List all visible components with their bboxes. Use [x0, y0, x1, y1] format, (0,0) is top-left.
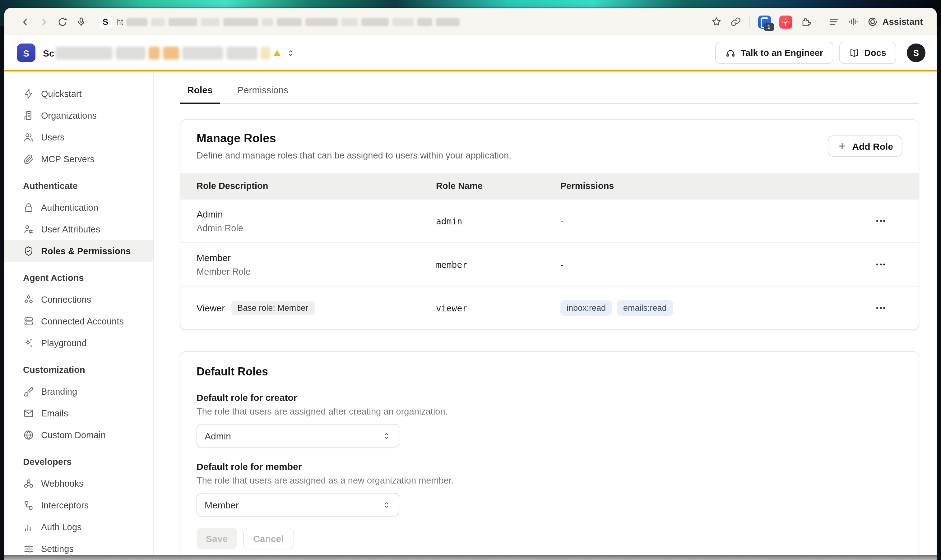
cancel-button[interactable]: Cancel: [243, 528, 293, 549]
default-roles-title: Default Roles: [196, 365, 902, 378]
sidebar-item-webhooks[interactable]: Webhooks: [5, 472, 153, 494]
add-role-button[interactable]: Add Role: [828, 135, 902, 157]
voice-waveform-icon: [847, 16, 859, 27]
sidebar-item-settings[interactable]: Settings: [5, 538, 153, 555]
sidebar-item-custom-domain[interactable]: Custom Domain: [5, 424, 153, 446]
sidebar-section-agent-actions: Agent Actions: [5, 267, 153, 288]
sidebar-item-label: User Attributes: [41, 224, 100, 234]
row-actions-button[interactable]: [873, 303, 889, 312]
webhook-icon: [23, 478, 34, 489]
divider: [749, 15, 750, 28]
org-name: Sc: [43, 48, 54, 58]
headphones-icon: [725, 48, 736, 58]
sparkle-icon: [23, 337, 34, 348]
reload-button[interactable]: [53, 12, 71, 31]
chevron-up-down-icon: [382, 500, 391, 509]
sidebar-item-organizations[interactable]: Organizations: [5, 105, 153, 126]
assistant-button[interactable]: Assistant: [867, 16, 923, 27]
tab-permissions[interactable]: Permissions: [230, 84, 296, 103]
sidebar-item-connected-accounts[interactable]: Connected Accounts: [5, 310, 153, 332]
sidebar-item-label: Auth Logs: [41, 522, 82, 532]
tab-roles[interactable]: Roles: [180, 84, 220, 103]
permissions-empty: -: [560, 216, 563, 226]
app: S Sc Talk: [5, 35, 936, 555]
default-roles-card: Default Roles Default role for creator T…: [180, 351, 919, 555]
sidebar: QuickstartOrganizationsUsersMCP ServersA…: [5, 71, 154, 555]
sidebar-item-branding[interactable]: Branding: [5, 380, 153, 402]
app-header: S Sc Talk: [5, 35, 936, 71]
interceptor-icon: [23, 499, 34, 511]
permission-badge: emails:read: [617, 300, 673, 316]
column-permissions: Permissions: [560, 181, 859, 191]
chevron-up-down-icon: [286, 48, 296, 57]
column-role-name: Role Name: [436, 181, 560, 191]
role-description-cell: AdminAdmin Role: [196, 209, 436, 233]
row-actions-button[interactable]: [873, 260, 889, 269]
sidebar-item-quickstart[interactable]: Quickstart: [5, 83, 153, 105]
sidebar-item-label: Custom Domain: [41, 430, 106, 440]
shield-check-icon: [23, 245, 34, 256]
sidebar-item-roles-permissions[interactable]: Roles & Permissions: [5, 240, 153, 262]
menu-lines-icon: [828, 16, 839, 27]
user-avatar[interactable]: S: [907, 43, 926, 62]
environment-switcher[interactable]: Sc: [43, 46, 296, 59]
creator-label: Default role for creator: [196, 392, 902, 403]
chevron-right-icon: [38, 17, 49, 27]
talk-to-engineer-button[interactable]: Talk to an Engineer: [715, 42, 833, 64]
sidebar-item-label: Settings: [41, 543, 74, 554]
role-name-cell: admin: [436, 216, 560, 226]
manage-roles-card: Manage Roles Define and manage roles tha…: [180, 119, 919, 330]
default-creator-select[interactable]: Admin: [196, 424, 399, 448]
divider: [819, 15, 820, 28]
save-button[interactable]: Save: [196, 528, 237, 549]
copy-link-button[interactable]: [730, 16, 741, 27]
role-name-cell: viewer: [436, 303, 560, 313]
sidebar-item-playground[interactable]: Playground: [5, 332, 153, 354]
sidebar-item-interceptors[interactable]: Interceptors: [5, 494, 153, 516]
role-description-cell: MemberMember Role: [196, 252, 436, 277]
reading-list-button[interactable]: [828, 16, 839, 27]
sidebar-item-users[interactable]: Users: [5, 126, 153, 148]
forward-button[interactable]: [34, 12, 53, 31]
sidebar-item-label: Interceptors: [41, 500, 89, 510]
sidebar-item-user-attributes[interactable]: User Attributes: [5, 218, 153, 240]
warning-triangle-icon: [273, 49, 281, 57]
assistant-label: Assistant: [882, 17, 923, 27]
sidebar-item-mcp-servers[interactable]: MCP Servers: [5, 148, 153, 170]
row-actions-button[interactable]: [873, 216, 889, 226]
back-button[interactable]: [15, 12, 34, 31]
zap-icon: [23, 88, 34, 99]
role-subtitle: Admin Role: [196, 223, 436, 233]
default-member-select[interactable]: Member: [196, 493, 399, 517]
users-icon: [23, 131, 34, 143]
chevron-up-down-icon: [382, 431, 391, 440]
sidebar-item-connections[interactable]: Connections: [5, 288, 153, 310]
mail-icon: [23, 408, 34, 418]
browser-window: S ht 1: [5, 8, 936, 555]
default-role-creator-field: Default role for creator The role that u…: [196, 392, 902, 448]
docs-button[interactable]: Docs: [839, 42, 896, 64]
sidebar-item-authentication[interactable]: Authentication: [5, 196, 153, 218]
sidebar-item-auth-logs[interactable]: Auth Logs: [5, 516, 153, 538]
timer-extension-button[interactable]: [779, 15, 792, 28]
extension-badge: 1: [764, 23, 774, 31]
book-icon: [848, 48, 859, 58]
chevron-left-icon: [20, 17, 30, 27]
mic-button[interactable]: [71, 12, 90, 31]
sidebar-item-label: Webhooks: [41, 478, 84, 488]
extensions-button[interactable]: [800, 16, 811, 27]
link-icon: [730, 16, 741, 27]
permissions-cell: -: [560, 259, 859, 270]
role-subtitle: Member Role: [196, 267, 436, 277]
url-bar[interactable]: S ht: [90, 15, 460, 28]
bar-chart-icon: [23, 521, 34, 532]
sidebar-section-customization: Customization: [5, 358, 153, 380]
permissions-cell: inbox:reademails:read: [560, 300, 859, 316]
voice-button[interactable]: [847, 16, 859, 27]
reload-icon: [57, 17, 68, 27]
roles-table-body: AdminAdmin Roleadmin-MemberMember Roleme…: [180, 199, 919, 329]
sidebar-item-emails[interactable]: Emails: [5, 402, 153, 424]
password-extension-button[interactable]: 1: [758, 15, 771, 28]
bookmark-button[interactable]: [711, 16, 722, 27]
mic-icon: [76, 17, 86, 27]
